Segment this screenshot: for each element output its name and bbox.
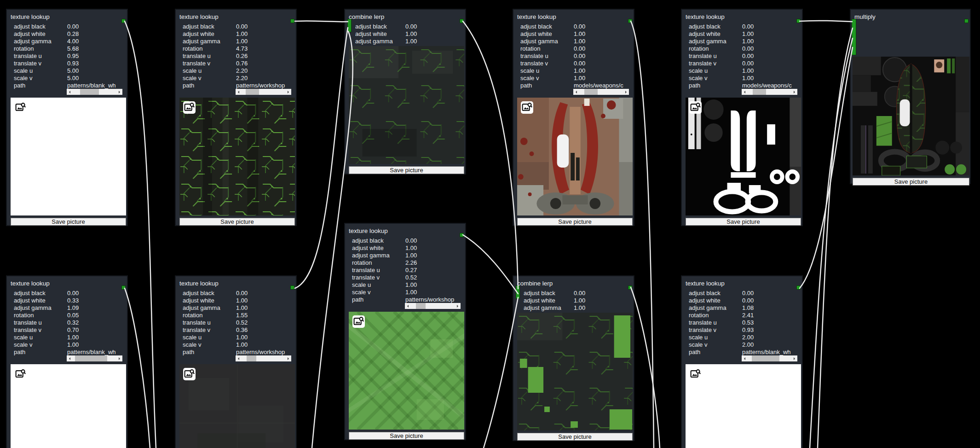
param-value[interactable]: 2.20 xyxy=(236,67,295,74)
param-value[interactable]: 1.00 xyxy=(742,38,801,45)
param-value[interactable]: 0.00 xyxy=(574,23,633,30)
scroll-left-arrow-icon[interactable] xyxy=(742,89,747,95)
scroll-right-arrow-icon[interactable] xyxy=(455,303,461,309)
param-value[interactable]: 1.00 xyxy=(67,334,126,341)
preview-image[interactable] xyxy=(853,57,969,175)
param-value[interactable]: 1.00 xyxy=(405,30,464,37)
node-multiply-1[interactable]: multiply xyxy=(850,9,971,184)
preview-image[interactable] xyxy=(349,312,464,430)
scroll-right-arrow-icon[interactable] xyxy=(117,89,122,95)
preview-image[interactable] xyxy=(686,98,801,215)
scrollbar-thumb[interactable] xyxy=(75,355,107,361)
param-value[interactable]: 0.00 xyxy=(236,23,295,30)
param-value[interactable]: 2.00 xyxy=(742,341,801,348)
image-zoom-button[interactable] xyxy=(183,101,196,114)
scroll-left-arrow-icon[interactable] xyxy=(67,89,72,95)
node-texture-lookup-1[interactable]: texture lookupadjust black0.00adjust whi… xyxy=(6,9,128,226)
path-scrollbar[interactable] xyxy=(405,303,461,309)
param-value[interactable]: 0.00 xyxy=(405,237,464,244)
image-zoom-button[interactable] xyxy=(14,101,27,114)
param-value[interactable]: 0.00 xyxy=(236,290,295,297)
path-scrollbar[interactable] xyxy=(67,355,122,361)
param-value[interactable]: 0.00 xyxy=(742,290,801,297)
output-pin[interactable] xyxy=(121,19,126,23)
node-texture-lookup-2[interactable]: texture lookupadjust black0.00adjust whi… xyxy=(175,9,297,226)
save-picture-button[interactable]: Save picture xyxy=(853,178,969,186)
param-value[interactable]: 1.08 xyxy=(742,304,801,311)
output-pin[interactable] xyxy=(290,285,294,290)
param-value[interactable]: patterns/blank_wh xyxy=(67,82,126,89)
save-picture-button[interactable]: Save picture xyxy=(11,218,126,226)
path-scrollbar[interactable] xyxy=(573,89,629,95)
preview-image[interactable] xyxy=(686,364,801,448)
output-pin[interactable] xyxy=(796,19,801,23)
scroll-right-arrow-icon[interactable] xyxy=(792,355,797,361)
path-scrollbar[interactable] xyxy=(742,355,797,361)
scroll-left-arrow-icon[interactable] xyxy=(67,355,72,361)
param-value[interactable]: 0.76 xyxy=(236,60,295,67)
preview-image[interactable] xyxy=(179,98,295,215)
param-value[interactable]: 1.00 xyxy=(236,304,295,311)
image-zoom-button[interactable] xyxy=(689,101,702,114)
param-value[interactable]: 1.09 xyxy=(67,304,126,311)
param-value[interactable]: 0.52 xyxy=(405,274,464,281)
param-value[interactable]: patterns/blank_wh xyxy=(67,349,126,355)
node-texture-lookup-7[interactable]: texture lookupadjust black0.00adjust whi… xyxy=(344,223,466,440)
save-picture-button[interactable]: Save picture xyxy=(349,166,464,174)
node-texture-lookup-8[interactable]: texture lookupadjust black0.00adjust whi… xyxy=(681,275,803,448)
param-value[interactable]: 1.00 xyxy=(574,304,633,311)
param-value[interactable]: 0.00 xyxy=(742,45,801,52)
image-zoom-button[interactable] xyxy=(521,101,533,114)
param-value[interactable]: 5.00 xyxy=(67,67,126,74)
path-scrollbar[interactable] xyxy=(236,89,291,95)
param-value[interactable]: 1.00 xyxy=(236,38,295,45)
preview-image[interactable] xyxy=(349,46,464,164)
scroll-right-arrow-icon[interactable] xyxy=(792,89,797,95)
param-value[interactable]: 1.55 xyxy=(236,312,295,319)
scroll-left-arrow-icon[interactable] xyxy=(236,355,241,361)
param-value[interactable]: 0.36 xyxy=(236,326,295,333)
param-value[interactable]: 0.00 xyxy=(67,290,126,297)
param-value[interactable]: 0.70 xyxy=(67,326,126,333)
param-value[interactable]: 4.73 xyxy=(236,45,295,52)
output-pin[interactable] xyxy=(460,233,464,237)
save-picture-button[interactable]: Save picture xyxy=(517,218,633,226)
node-combine-lerp-2[interactable]: combine lerpadjust black0.00adjust white… xyxy=(513,275,634,441)
preview-image[interactable] xyxy=(179,364,295,448)
param-value[interactable]: 1.00 xyxy=(405,281,464,288)
output-pin[interactable] xyxy=(964,19,968,23)
param-value[interactable]: 1.00 xyxy=(742,30,801,37)
scroll-right-arrow-icon[interactable] xyxy=(286,355,291,361)
param-value[interactable]: 2.20 xyxy=(236,75,295,81)
param-value[interactable]: 0.93 xyxy=(67,60,126,67)
param-value[interactable]: 4.00 xyxy=(67,38,126,45)
param-value[interactable]: 1.00 xyxy=(405,244,464,251)
param-value[interactable]: 0.26 xyxy=(236,52,295,59)
scrollbar-thumb[interactable] xyxy=(584,89,598,95)
param-value[interactable]: 0.33 xyxy=(67,297,126,304)
param-value[interactable]: 1.00 xyxy=(574,67,633,74)
preview-image[interactable] xyxy=(517,313,633,431)
param-value[interactable]: 0.00 xyxy=(742,297,801,304)
input-pin[interactable] xyxy=(516,285,520,299)
image-zoom-button[interactable] xyxy=(14,368,27,380)
image-zoom-button[interactable] xyxy=(689,368,702,380)
param-value[interactable]: 0.28 xyxy=(67,30,126,37)
node-texture-lookup-5[interactable]: texture lookupadjust black0.00adjust whi… xyxy=(6,275,128,448)
image-zoom-button[interactable] xyxy=(352,315,365,328)
scroll-left-arrow-icon[interactable] xyxy=(573,89,578,95)
output-pin[interactable] xyxy=(796,285,801,290)
param-value[interactable]: 0.27 xyxy=(405,267,464,273)
save-picture-button[interactable]: Save picture xyxy=(179,218,295,226)
param-value[interactable]: patterns/blank_wh xyxy=(742,349,801,355)
param-value[interactable]: models/weapons/c xyxy=(574,82,633,89)
param-value[interactable]: patterns/workshop xyxy=(236,82,295,89)
param-value[interactable]: 2.26 xyxy=(405,259,464,266)
path-scrollbar[interactable] xyxy=(236,355,291,361)
param-value[interactable]: 0.05 xyxy=(67,312,126,319)
node-combine-lerp-1[interactable]: combine lerpadjust black0.00adjust white… xyxy=(344,9,466,175)
scroll-left-arrow-icon[interactable] xyxy=(742,355,747,361)
scroll-right-arrow-icon[interactable] xyxy=(117,355,122,361)
param-value[interactable]: 1.00 xyxy=(574,297,633,304)
node-texture-lookup-3[interactable]: texture lookupadjust black0.00adjust whi… xyxy=(513,9,634,226)
